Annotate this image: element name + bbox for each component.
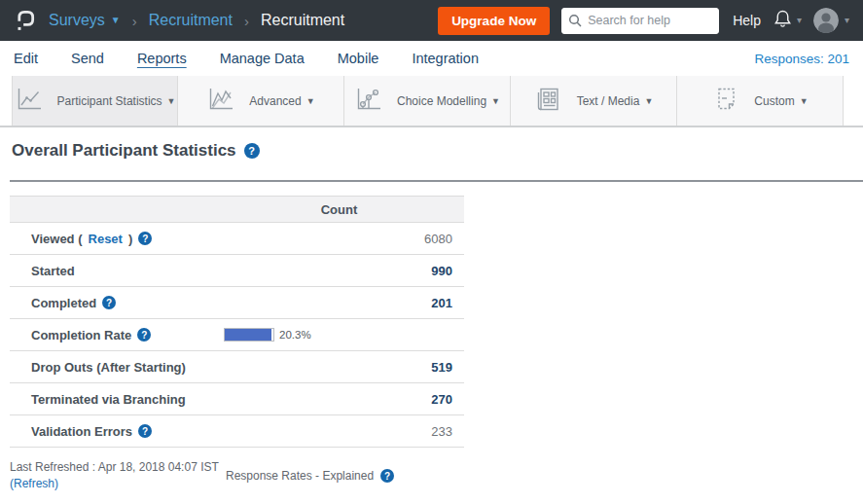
count-column-header: Count bbox=[214, 202, 464, 217]
search-input[interactable] bbox=[561, 8, 719, 34]
toolbar-custom-button[interactable]: Custom▼ bbox=[677, 76, 844, 126]
row-value: 270 bbox=[214, 392, 464, 407]
toolbar-button-label: Choice Modelling▼ bbox=[397, 94, 500, 108]
chevron-down-icon: ▼ bbox=[111, 16, 121, 25]
toolbar-text-media-button[interactable]: Text / Media▼ bbox=[511, 76, 677, 126]
table-footer: Last Refreshed : Apr 18, 2018 04:07 IST … bbox=[10, 459, 464, 493]
breadcrumb-separator: › bbox=[132, 13, 137, 29]
custom-report-icon bbox=[711, 86, 740, 117]
breadcrumb-current-page: Recruitment bbox=[261, 12, 344, 29]
toolbar-button-label: Advanced▼ bbox=[249, 94, 314, 108]
table-row: Completed?201 bbox=[10, 287, 464, 319]
toolbar-button-label: Text / Media▼ bbox=[577, 94, 654, 108]
row-label: Viewed (Reset)? bbox=[10, 232, 214, 246]
multi-line-chart-icon bbox=[206, 86, 235, 117]
row-label: Validation Errors? bbox=[10, 424, 214, 439]
row-label: Completion Rate? bbox=[10, 328, 214, 342]
help-search bbox=[561, 8, 719, 34]
responses-count[interactable]: Responses: 201 bbox=[754, 52, 849, 66]
survey-nav: EditSendReportsManage DataMobileIntegrat… bbox=[0, 41, 863, 76]
row-value: 519 bbox=[214, 360, 464, 375]
tab-manage-data[interactable]: Manage Data bbox=[220, 49, 305, 68]
surveys-menu-label: Surveys bbox=[49, 12, 105, 29]
report-toolbar: Participant Statistics▼ Advanced▼ Choice… bbox=[0, 76, 863, 127]
table-row: Viewed (Reset)?6080 bbox=[10, 223, 464, 255]
search-icon bbox=[568, 14, 582, 31]
chevron-down-icon: ▾ bbox=[845, 16, 849, 25]
report-content: Overall Participant Statistics ? Count V… bbox=[0, 127, 863, 493]
help-icon[interactable]: ? bbox=[380, 469, 394, 483]
row-label: Terminated via Branching bbox=[10, 392, 214, 407]
divider bbox=[10, 180, 863, 182]
notifications-menu[interactable]: ▾ bbox=[773, 8, 802, 33]
tab-send[interactable]: Send bbox=[71, 49, 104, 68]
scatter-chart-icon bbox=[354, 86, 383, 117]
tab-mobile[interactable]: Mobile bbox=[338, 49, 379, 68]
chevron-down-icon: ▾ bbox=[797, 16, 802, 25]
avatar bbox=[813, 8, 839, 33]
help-icon[interactable]: ? bbox=[244, 143, 260, 159]
table-row: Drop Outs (After Starting)519 bbox=[10, 351, 464, 383]
bell-icon bbox=[773, 8, 793, 33]
toolbar-button-label: Participant Statistics▼ bbox=[57, 94, 176, 108]
help-icon[interactable]: ? bbox=[138, 232, 152, 245]
row-value: 990 bbox=[214, 264, 464, 278]
breadcrumb-survey-link[interactable]: Recruitment bbox=[149, 12, 233, 29]
table-row: Terminated via Branching270 bbox=[10, 383, 464, 415]
upgrade-now-button[interactable]: Upgrade Now bbox=[438, 7, 550, 35]
chevron-down-icon: ▼ bbox=[306, 96, 315, 106]
table-row: Validation Errors?233 bbox=[10, 415, 464, 448]
completion-rate-bar-cell: 20.3% bbox=[214, 328, 464, 342]
help-link[interactable]: Help bbox=[733, 13, 761, 28]
page-title: Overall Participant Statistics bbox=[12, 141, 236, 161]
chevron-down-icon: ▼ bbox=[491, 96, 500, 106]
surveys-menu[interactable]: Surveys ▼ bbox=[49, 12, 121, 29]
response-rates-explained-label: Response Rates - Explained bbox=[226, 469, 374, 483]
last-refreshed-text: Last Refreshed : Apr 18, 2018 04:07 IST bbox=[10, 460, 219, 474]
topbar: Surveys ▼ › Recruitment › Recruitment Up… bbox=[0, 0, 863, 41]
toolbar-button-label: Custom▼ bbox=[754, 94, 808, 108]
row-label: Started bbox=[10, 264, 214, 278]
completion-rate-value: 20.3% bbox=[279, 329, 311, 341]
table-header-row: Count bbox=[10, 196, 464, 223]
toolbar-participant-statistics-button[interactable]: Participant Statistics▼ bbox=[12, 76, 178, 126]
toolbar-choice-modelling-button[interactable]: Choice Modelling▼ bbox=[344, 76, 511, 126]
row-label: Completed? bbox=[10, 296, 214, 310]
participant-statistics-table: Count Viewed (Reset)?6080Started990Compl… bbox=[10, 196, 464, 493]
tab-integration[interactable]: Integration bbox=[412, 49, 479, 68]
chevron-down-icon: ▼ bbox=[800, 96, 809, 106]
row-value: 201 bbox=[214, 296, 464, 310]
row-label: Drop Outs (After Starting) bbox=[10, 360, 214, 375]
row-value: 233 bbox=[214, 424, 464, 439]
chevron-down-icon: ▼ bbox=[167, 96, 176, 106]
breadcrumb-separator: › bbox=[244, 13, 249, 29]
help-icon[interactable]: ? bbox=[102, 296, 116, 309]
completion-rate-bar bbox=[224, 328, 274, 342]
account-menu[interactable]: ▾ bbox=[813, 8, 849, 33]
tab-edit[interactable]: Edit bbox=[14, 49, 38, 68]
help-icon[interactable]: ? bbox=[137, 328, 151, 342]
table-row: Started990 bbox=[10, 255, 464, 287]
toolbar-advanced-button[interactable]: Advanced▼ bbox=[178, 76, 344, 126]
chevron-down-icon: ▼ bbox=[644, 96, 653, 106]
news-media-icon bbox=[534, 86, 563, 117]
help-icon[interactable]: ? bbox=[138, 424, 152, 438]
reset-link[interactable]: Reset bbox=[89, 232, 123, 246]
questionpro-logo[interactable] bbox=[10, 5, 39, 36]
refresh-link[interactable]: (Refresh) bbox=[10, 477, 58, 490]
nav-tabs: EditSendReportsManage DataMobileIntegrat… bbox=[14, 49, 479, 68]
line-chart-icon bbox=[15, 86, 44, 117]
table-row: Completion Rate?20.3% bbox=[10, 319, 464, 351]
tab-reports[interactable]: Reports bbox=[137, 49, 187, 68]
row-value: 6080 bbox=[214, 232, 464, 246]
